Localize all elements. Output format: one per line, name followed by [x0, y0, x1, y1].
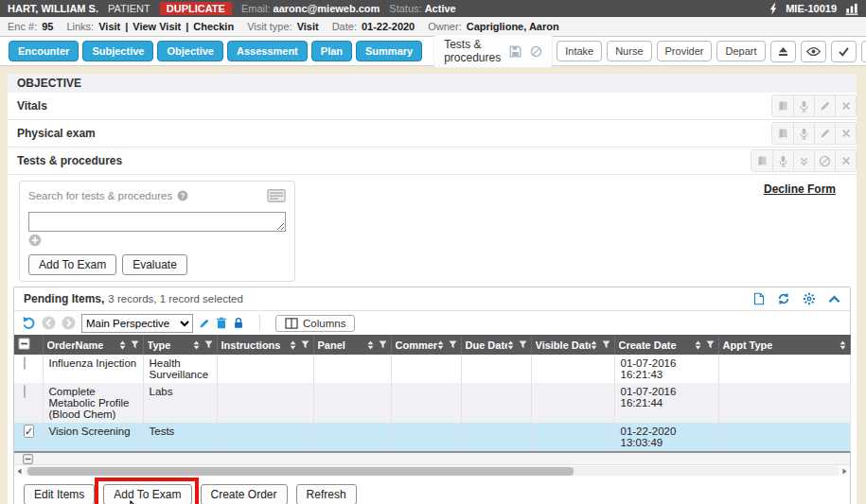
- col-appt-type[interactable]: Appt Type: [718, 335, 850, 355]
- table-row[interactable]: Influenza Injection Health Surveillance …: [14, 355, 850, 383]
- filter-icon[interactable]: [131, 340, 139, 349]
- create-order-button[interactable]: Create Order: [201, 484, 288, 504]
- tab-encounter[interactable]: Encounter: [9, 41, 79, 61]
- edit-perspective-icon[interactable]: [199, 318, 210, 329]
- nurse-button[interactable]: Nurse: [607, 41, 651, 61]
- col-due-date[interactable]: Due Date: [461, 335, 531, 355]
- filter-icon[interactable]: [519, 340, 527, 349]
- disable-button[interactable]: [814, 150, 835, 171]
- decline-form-link[interactable]: Decline Form: [764, 182, 836, 196]
- lightning-icon[interactable]: [769, 3, 777, 15]
- row-checkbox[interactable]: [24, 425, 34, 438]
- filter-icon[interactable]: [301, 340, 309, 349]
- horizontal-scrollbar[interactable]: [14, 465, 850, 477]
- visibility-button[interactable]: [801, 41, 826, 62]
- view-visit-link[interactable]: View Visit: [133, 21, 181, 32]
- dictate-button[interactable]: [772, 150, 793, 171]
- select-all-header[interactable]: [14, 335, 43, 355]
- refresh-icon[interactable]: [777, 292, 790, 305]
- filter-icon[interactable]: [204, 340, 213, 349]
- filter-icon[interactable]: [706, 340, 715, 349]
- sort-icon[interactable]: [119, 340, 126, 350]
- lock-icon[interactable]: [233, 317, 244, 329]
- complete-button[interactable]: [831, 41, 857, 62]
- scrollbar-thumb[interactable]: [27, 467, 574, 476]
- kiosk-button[interactable]: [861, 41, 866, 62]
- section-tests-procedures[interactable]: Tests & procedures: [8, 148, 857, 175]
- pending-items-panel: Pending Items, 3 records, 1 record selec…: [13, 287, 851, 504]
- sort-icon[interactable]: [591, 340, 597, 350]
- sort-icon[interactable]: [193, 340, 200, 350]
- row-checkbox[interactable]: [24, 356, 26, 370]
- section-physical-exam[interactable]: Physical exam: [8, 120, 857, 148]
- tab-subjective[interactable]: Subjective: [82, 41, 153, 61]
- tab-plan[interactable]: Plan: [311, 41, 352, 61]
- edit-items-button[interactable]: Edit Items: [24, 484, 95, 504]
- scroll-right-icon[interactable]: [842, 468, 847, 475]
- checkin-link[interactable]: Checkin: [193, 21, 234, 32]
- section-vitals[interactable]: Vitals: [8, 93, 857, 120]
- sort-icon[interactable]: [507, 340, 514, 350]
- chevron-up-icon[interactable]: [828, 295, 840, 304]
- dictate-button[interactable]: [793, 123, 814, 144]
- gear-icon[interactable]: [803, 292, 816, 305]
- next-icon[interactable]: [62, 316, 76, 330]
- edit-button[interactable]: [814, 123, 835, 144]
- notes-button[interactable]: [772, 96, 793, 116]
- scrollbar-track[interactable]: [25, 466, 839, 476]
- eject-button[interactable]: [770, 41, 796, 62]
- depart-button[interactable]: Depart: [716, 41, 765, 61]
- col-type[interactable]: Type: [143, 335, 217, 355]
- sort-icon[interactable]: [839, 340, 846, 350]
- columns-button[interactable]: Columns: [275, 315, 355, 332]
- col-create-date[interactable]: Create Date: [614, 335, 718, 355]
- add-to-exam-button-top[interactable]: Add To Exam: [28, 254, 116, 275]
- notes-button[interactable]: [751, 150, 772, 171]
- tests-search-textarea[interactable]: [28, 212, 286, 232]
- filter-icon[interactable]: [379, 340, 387, 349]
- undo-icon[interactable]: [22, 316, 36, 330]
- visit-link[interactable]: Visit: [98, 21, 120, 32]
- refresh-button[interactable]: Refresh: [296, 484, 357, 504]
- edit-button[interactable]: [814, 96, 835, 116]
- col-visible-date[interactable]: Visible Date: [531, 335, 614, 355]
- col-instructions[interactable]: Instructions: [217, 335, 313, 355]
- table-row-selected[interactable]: Vision Screening Tests 01-22-2020 13:03:…: [14, 423, 850, 451]
- sort-icon[interactable]: [290, 340, 296, 350]
- row-checkbox[interactable]: [24, 385, 26, 398]
- perspective-select[interactable]: Main Perspective: [81, 314, 193, 333]
- disable-icon[interactable]: [530, 45, 542, 58]
- intake-button[interactable]: Intake: [557, 41, 602, 61]
- trash-icon[interactable]: [216, 317, 227, 329]
- table-row[interactable]: Complete Metabolic Profile (Blood Chem) …: [14, 383, 850, 423]
- save-icon[interactable]: [509, 45, 521, 58]
- sort-icon[interactable]: [437, 340, 444, 350]
- tab-objective[interactable]: Objective: [157, 41, 223, 61]
- close-button[interactable]: [835, 96, 856, 116]
- evaluate-button[interactable]: Evaluate: [122, 254, 187, 275]
- collapse-button[interactable]: [793, 150, 814, 171]
- help-icon[interactable]: ?: [177, 190, 188, 201]
- prev-icon[interactable]: [42, 316, 56, 330]
- tab-summary[interactable]: Summary: [356, 41, 422, 61]
- col-ordername[interactable]: OrderName: [43, 335, 143, 355]
- sort-icon[interactable]: [695, 340, 701, 350]
- col-comments[interactable]: Comments: [391, 335, 461, 355]
- tab-assessment[interactable]: Assessment: [227, 41, 308, 61]
- chart-icon[interactable]: [845, 3, 858, 15]
- sort-icon[interactable]: [367, 340, 374, 350]
- filter-icon[interactable]: [602, 340, 610, 349]
- keyboard-icon[interactable]: [267, 189, 286, 202]
- notes-button[interactable]: [772, 123, 793, 144]
- provider-button[interactable]: Provider: [657, 41, 713, 61]
- collapse-group-icon[interactable]: [23, 454, 33, 464]
- dictate-button[interactable]: [793, 96, 814, 116]
- close-button[interactable]: [835, 123, 856, 144]
- add-to-exam-button[interactable]: Add To Exam: [103, 484, 191, 504]
- add-icon[interactable]: [28, 234, 42, 247]
- close-button[interactable]: [835, 150, 856, 171]
- col-panel[interactable]: Panel: [313, 335, 391, 355]
- new-file-icon[interactable]: [753, 292, 765, 305]
- scroll-left-icon[interactable]: [17, 468, 22, 475]
- filter-icon[interactable]: [449, 340, 457, 349]
